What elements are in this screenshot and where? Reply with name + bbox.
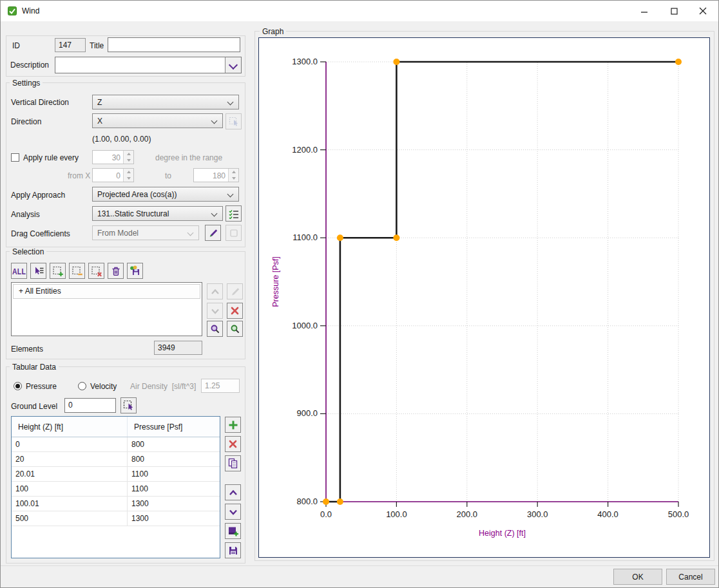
apply-approach-select[interactable]: Projected Area (cos(a)): [92, 187, 239, 202]
zoom-fit-button[interactable]: [227, 321, 243, 337]
table-cell[interactable]: 0: [12, 437, 128, 451]
ok-button[interactable]: OK: [613, 569, 662, 585]
y-tick-label: 800.0: [296, 497, 318, 506]
add-row-button[interactable]: [225, 417, 241, 433]
pressure-radio-label[interactable]: Pressure: [26, 382, 57, 391]
table-row[interactable]: 0800: [12, 437, 220, 452]
table-cell[interactable]: 1300: [128, 511, 220, 526]
close-button[interactable]: [692, 3, 714, 19]
zoom-selection-button[interactable]: [207, 321, 223, 337]
select-from-list-button[interactable]: [30, 263, 46, 279]
analysis-select[interactable]: 131..Static Structural: [92, 206, 223, 221]
analysis-list-button[interactable]: [225, 205, 242, 222]
title-field[interactable]: [108, 37, 240, 52]
selection-move-down-button: [207, 303, 223, 319]
direction-pick-button: [225, 113, 242, 129]
table-cell[interactable]: 100.01: [12, 497, 128, 511]
elements-count-field: 3949: [154, 341, 202, 355]
clear-selection-button[interactable]: [88, 263, 104, 279]
data-point: [323, 498, 329, 505]
cancel-button[interactable]: Cancel: [666, 569, 715, 585]
maximize-button[interactable]: [663, 3, 685, 19]
edit-drag-coefficients-button[interactable]: [205, 225, 221, 241]
table-row[interactable]: 100.011300: [12, 497, 220, 511]
remove-from-selection-button[interactable]: [69, 263, 85, 279]
table-cell[interactable]: 1100: [128, 482, 220, 496]
height-column-header[interactable]: Height (Z) [ft]: [12, 417, 128, 437]
selection-remove-button[interactable]: [227, 303, 243, 319]
id-label: ID: [12, 41, 20, 50]
y-tick-label: 1300.0: [292, 57, 318, 66]
delete-row-button[interactable]: [225, 436, 241, 452]
description-combobox[interactable]: [55, 57, 242, 73]
import-table-button[interactable]: [225, 523, 241, 539]
direction-select[interactable]: X: [92, 113, 223, 128]
data-point: [675, 59, 682, 65]
delete-selection-button[interactable]: [108, 263, 124, 279]
chevron-down-icon: [228, 507, 238, 517]
data-point: [337, 498, 343, 505]
apply-rule-label: Apply rule every: [23, 153, 79, 162]
vertical-direction-select[interactable]: Z: [92, 95, 239, 109]
chart-canvas[interactable]: 800.0900.01000.01100.01200.01300.00.0100…: [259, 38, 709, 557]
vertical-direction-value: Z: [97, 98, 102, 107]
minimize-icon: [641, 8, 648, 15]
down-arrow-icon: [232, 177, 236, 180]
save-selection-icon: [129, 265, 140, 276]
table-row[interactable]: 1001100: [12, 482, 220, 497]
graph-group-label: Graph: [260, 27, 286, 36]
pressure-column-header[interactable]: Pressure [Psf]: [128, 417, 220, 437]
description-dropdown-button[interactable]: [225, 57, 241, 73]
apply-rule-step-spinner: 30: [92, 150, 134, 164]
table-row[interactable]: 20800: [12, 452, 220, 467]
select-all-button[interactable]: ALL: [11, 263, 27, 279]
x-tick-label: 400.0: [597, 509, 618, 519]
paste-table-button[interactable]: [225, 455, 241, 471]
chevron-up-icon: [210, 287, 220, 296]
velocity-radio-label[interactable]: Velocity: [90, 382, 117, 391]
wind-app-icon: [8, 6, 17, 15]
selection-add-icon: [52, 265, 64, 277]
table-row[interactable]: 20.011100: [12, 467, 220, 482]
from-value: 0: [93, 169, 123, 182]
table-cell[interactable]: 20: [12, 452, 128, 466]
save-selection-button[interactable]: [127, 263, 143, 279]
selection-delete-icon: [91, 265, 102, 277]
from-spinner: 0: [92, 168, 134, 182]
up-arrow-icon: [127, 171, 131, 173]
apply-approach-value: Projected Area (cos(a)): [97, 190, 177, 199]
apply-approach-label: Apply Approach: [11, 191, 65, 200]
pressure-height-chart[interactable]: 800.0900.01000.01100.01200.01300.00.0100…: [258, 37, 710, 558]
table-cell[interactable]: 1100: [128, 467, 220, 481]
table-cell[interactable]: 500: [12, 511, 128, 526]
table-row[interactable]: 5001300: [12, 511, 220, 526]
table-cell[interactable]: 20.01: [12, 467, 128, 481]
chevron-down-icon: [210, 307, 220, 316]
y-axis-title: Pressure [Psf]: [271, 256, 280, 307]
pencil-icon: [230, 287, 240, 297]
table-cell[interactable]: 1300: [128, 497, 220, 511]
minimize-button[interactable]: [633, 3, 655, 19]
to-spinner: 180: [193, 168, 239, 182]
table-cell[interactable]: 800: [128, 452, 220, 466]
pressure-table[interactable]: Height (Z) [ft] Pressure [Psf] 080020800…: [11, 416, 220, 558]
to-value: 180: [194, 169, 228, 182]
save-table-button[interactable]: [225, 542, 241, 558]
to-label: to: [165, 171, 171, 180]
move-row-up-button[interactable]: [225, 484, 241, 500]
velocity-radio[interactable]: [78, 382, 86, 390]
table-cell[interactable]: 100: [12, 482, 128, 496]
drag-coefficients-label: Drag Coefficients: [11, 229, 70, 238]
cursor-list-icon: [34, 266, 44, 276]
apply-rule-checkbox[interactable]: [11, 153, 19, 162]
ground-level-field[interactable]: 0: [64, 398, 116, 413]
selection-listbox[interactable]: + All Entities: [11, 282, 202, 336]
footer-separator: [1, 565, 718, 566]
list-item[interactable]: + All Entities: [13, 284, 200, 299]
move-row-down-button[interactable]: [225, 504, 241, 520]
floppy-save-icon: [228, 545, 238, 556]
ground-level-pick-button[interactable]: [120, 397, 137, 413]
add-to-selection-button[interactable]: [50, 263, 66, 279]
pressure-radio[interactable]: [14, 382, 22, 390]
table-cell[interactable]: 800: [128, 437, 220, 451]
